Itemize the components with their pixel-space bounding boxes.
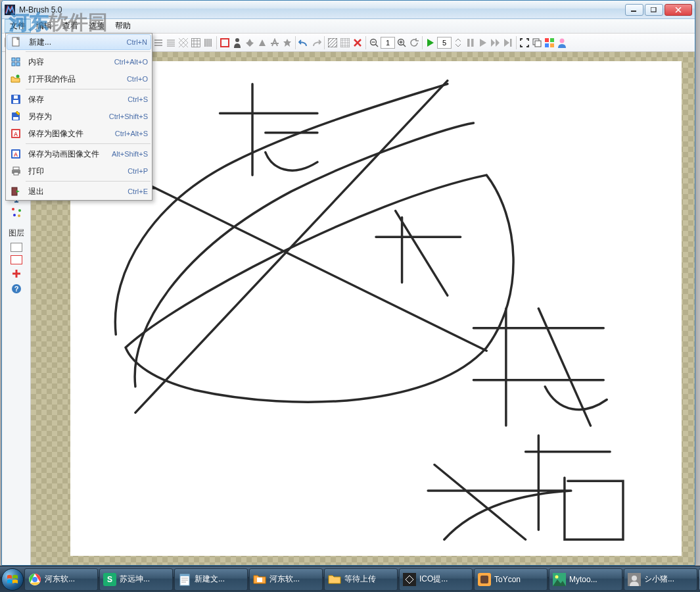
- svg-rect-70: [480, 576, 488, 583]
- hatch1-icon[interactable]: [327, 36, 338, 49]
- svg-point-36: [13, 214, 16, 216]
- menu-save-image[interactable]: A 保存为图像文件 Ctrl+Alt+S: [6, 125, 152, 142]
- menu-content[interactable]: 内容 Ctrl+Alt+O: [6, 53, 152, 70]
- start-button[interactable]: [1, 566, 24, 593]
- svg-rect-21: [467, 39, 470, 47]
- browser-icon: [28, 573, 41, 586]
- menu-options[interactable]: 选项: [83, 19, 110, 33]
- task-item[interactable]: 河东软...: [24, 568, 98, 591]
- task-item[interactable]: 河东软...: [249, 568, 323, 591]
- svg-text:A: A: [14, 131, 18, 137]
- task-item[interactable]: 新建文...: [174, 568, 248, 591]
- user-icon[interactable]: [556, 36, 568, 49]
- redo2-icon[interactable]: [310, 36, 322, 49]
- svg-rect-41: [12, 58, 15, 61]
- menu-save-as[interactable]: 另存为 Ctrl+Shift+S: [6, 108, 152, 125]
- zoom-in-icon[interactable]: [396, 36, 408, 49]
- svg-rect-47: [13, 100, 18, 103]
- layers-label: 图层: [9, 228, 24, 239]
- pause-icon[interactable]: [465, 36, 477, 49]
- play2-icon[interactable]: [477, 36, 489, 49]
- task-item[interactable]: Mytoo...: [549, 568, 622, 591]
- lines-h2-icon[interactable]: [165, 36, 177, 49]
- toycon-icon: [478, 573, 491, 586]
- menu-edit[interactable]: 编辑: [31, 19, 57, 33]
- fullscreen-icon[interactable]: [519, 36, 530, 49]
- svg-rect-59: [14, 172, 18, 175]
- svg-rect-57: [13, 167, 19, 170]
- svg-rect-25: [535, 41, 541, 47]
- works-icon: [10, 73, 22, 85]
- svg-point-45: [16, 75, 20, 78]
- svg-text:?: ?: [14, 285, 18, 293]
- delete-x-icon[interactable]: [352, 36, 363, 49]
- person-icon[interactable]: [231, 36, 243, 49]
- undo2-icon[interactable]: [298, 36, 310, 49]
- svg-point-35: [18, 209, 21, 212]
- refresh-icon[interactable]: [408, 36, 420, 49]
- silhouette1-icon[interactable]: [244, 36, 256, 49]
- ff-icon[interactable]: [490, 36, 502, 49]
- stepper-icon[interactable]: [452, 36, 464, 49]
- menu-save[interactable]: 保存 Ctrl+S: [6, 91, 152, 108]
- task-item[interactable]: シ小猪...: [624, 568, 697, 591]
- task-item[interactable]: S苏远坤...: [99, 568, 173, 591]
- svg-text:A: A: [14, 151, 18, 158]
- layer-thumb[interactable]: [11, 243, 22, 252]
- svg-rect-68: [403, 573, 416, 586]
- svg-rect-14: [192, 38, 200, 47]
- silhouette2-icon[interactable]: [256, 36, 268, 49]
- task-item[interactable]: 等待上传: [324, 568, 398, 591]
- svg-rect-50: [13, 117, 18, 120]
- svg-rect-15: [221, 39, 229, 47]
- svg-rect-28: [545, 43, 549, 47]
- add-layer-icon[interactable]: [10, 267, 23, 280]
- play-icon[interactable]: [425, 36, 436, 49]
- close-button[interactable]: [665, 4, 692, 16]
- menu-open-my-works[interactable]: 打开我的作品 Ctrl+O: [6, 70, 152, 87]
- minimize-button[interactable]: [625, 4, 643, 16]
- svg-rect-23: [510, 39, 512, 47]
- notepad-icon: [178, 573, 191, 586]
- menu-view[interactable]: 查看: [57, 19, 83, 33]
- squares4-icon[interactable]: [544, 36, 555, 49]
- save-anim-icon: A: [10, 148, 22, 160]
- silhouette3-icon[interactable]: [269, 36, 281, 49]
- grid-diag-icon[interactable]: [177, 36, 189, 49]
- layer-thumb-selected[interactable]: [11, 255, 22, 264]
- titlebar[interactable]: M-Brush 5.0: [2, 1, 695, 19]
- svg-text:S: S: [107, 575, 112, 584]
- zoom-level[interactable]: 1: [381, 37, 395, 49]
- svg-rect-67: [257, 578, 262, 582]
- lines-h-icon[interactable]: [152, 36, 164, 49]
- zoom-out-icon[interactable]: [368, 36, 380, 49]
- menu-file[interactable]: 文件: [5, 19, 31, 33]
- menu-new[interactable]: 新建... Ctrl+N: [7, 34, 151, 50]
- task-item[interactable]: ICO提...: [399, 568, 473, 591]
- points-tool-icon[interactable]: [10, 206, 23, 219]
- menu-save-anim-image[interactable]: A 保存为动画图像文件 Alt+Shift+S: [6, 145, 152, 162]
- bars-v-icon[interactable]: [202, 36, 214, 49]
- menu-help[interactable]: 帮助: [110, 19, 136, 33]
- canvas[interactable]: [70, 61, 682, 556]
- task-item[interactable]: ToYcon: [474, 568, 548, 591]
- svg-rect-44: [16, 62, 20, 66]
- wps-icon: S: [103, 573, 116, 586]
- svg-rect-66: [180, 574, 189, 576]
- frame-num[interactable]: 5: [437, 37, 452, 49]
- exit-icon: [10, 185, 22, 197]
- rect-red-icon[interactable]: [219, 36, 231, 49]
- windows-icon[interactable]: [531, 36, 543, 49]
- new-file-icon: [11, 36, 22, 48]
- menu-exit[interactable]: 退出 Ctrl+E: [6, 183, 152, 200]
- grid-icon[interactable]: [190, 36, 202, 49]
- svg-rect-43: [12, 62, 15, 66]
- silhouette4-icon[interactable]: [281, 36, 293, 49]
- maximize-button[interactable]: [645, 4, 663, 16]
- hatch2-icon[interactable]: [339, 36, 351, 49]
- menu-print[interactable]: 打印 Ctrl+P: [6, 162, 152, 180]
- svg-point-72: [555, 575, 559, 578]
- end-icon[interactable]: [502, 36, 514, 49]
- svg-point-74: [632, 576, 637, 581]
- help-icon[interactable]: ?: [10, 282, 23, 295]
